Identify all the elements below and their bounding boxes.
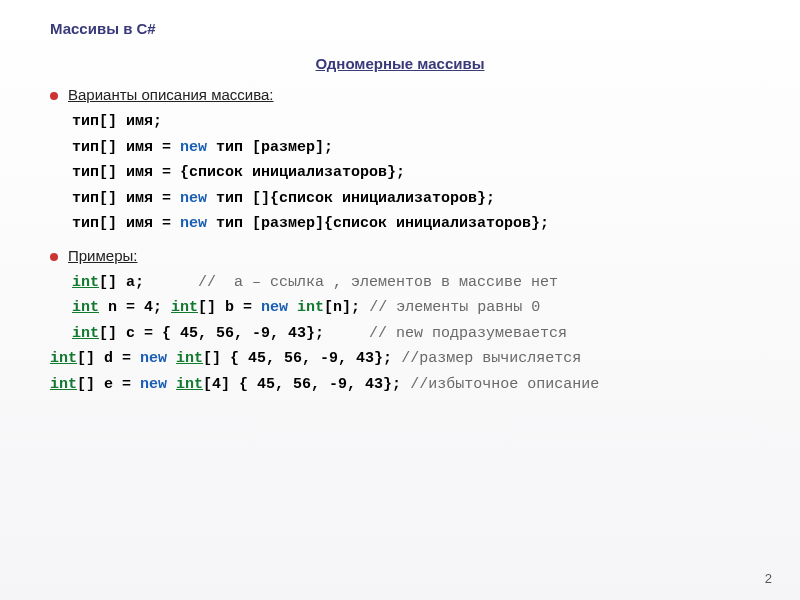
code-line: тип[] имя = new тип [размер]{список иниц…: [72, 211, 750, 237]
code-text: [] { 45, 56, -9, 43};: [203, 350, 401, 367]
code-line: тип[] имя = new тип []{список инициализа…: [72, 186, 750, 212]
code-text: [4] { 45, 56, -9, 43};: [203, 376, 410, 393]
keyword-int: int: [171, 299, 198, 316]
keyword-new: new: [180, 215, 207, 232]
code-text: n = 4;: [99, 299, 171, 316]
slide-title: Массивы в C#: [50, 20, 750, 37]
examples-code: int[] a; // a – ссылка , элементов в мас…: [72, 270, 750, 398]
comment: //размер вычисляется: [401, 350, 581, 367]
comment: // a – ссылка , элементов в массиве нет: [198, 274, 558, 291]
code-line: тип[] имя;: [72, 109, 750, 135]
code-text: тип[] имя = {список инициализаторов};: [72, 164, 405, 181]
keyword-int: int: [72, 274, 99, 291]
keyword-int: int: [72, 325, 99, 342]
keyword-int: int: [50, 350, 77, 367]
code-line: тип[] имя = {список инициализаторов};: [72, 160, 750, 186]
comment: // элементы равны 0: [369, 299, 540, 316]
code-line: int[] c = { 45, 56, -9, 43}; // new подр…: [72, 321, 750, 347]
code-text: [] e =: [77, 376, 140, 393]
code-text: тип[] имя =: [72, 215, 180, 232]
page-number: 2: [765, 571, 772, 586]
keyword-new: new: [261, 299, 288, 316]
code-text: [n];: [324, 299, 369, 316]
code-text: [] c = { 45, 56, -9, 43};: [99, 325, 369, 342]
section-title: Одномерные массивы: [50, 55, 750, 72]
keyword-int: int: [176, 376, 203, 393]
bullet-icon: [50, 92, 58, 100]
keyword-int: int: [176, 350, 203, 367]
comment: // new подразумевается: [369, 325, 567, 342]
code-text: тип[] имя =: [72, 190, 180, 207]
keyword-int: int: [297, 299, 324, 316]
code-text: [] d =: [77, 350, 140, 367]
slide: Массивы в C# Одномерные массивы Варианты…: [0, 0, 800, 600]
variants-heading: Варианты описания массива:: [68, 86, 274, 103]
code-text: [] b =: [198, 299, 261, 316]
variants-code: тип[] имя; тип[] имя = new тип [размер];…: [72, 109, 750, 237]
variants-bullet: Варианты описания массива:: [50, 86, 750, 103]
code-text: тип[] имя;: [72, 113, 162, 130]
keyword-new: new: [140, 376, 167, 393]
code-text: [] a;: [99, 274, 198, 291]
code-line: int n = 4; int[] b = new int[n]; // элем…: [72, 295, 750, 321]
code-text: [167, 376, 176, 393]
keyword-int: int: [50, 376, 77, 393]
code-line: int[] a; // a – ссылка , элементов в мас…: [72, 270, 750, 296]
code-text: тип [размер]{список инициализаторов};: [207, 215, 549, 232]
bullet-icon: [50, 253, 58, 261]
comment: //избыточное описание: [410, 376, 599, 393]
keyword-new: new: [140, 350, 167, 367]
code-line: int[] e = new int[4] { 45, 56, -9, 43}; …: [50, 372, 750, 398]
keyword-new: new: [180, 139, 207, 156]
keyword-int: int: [72, 299, 99, 316]
code-text: [288, 299, 297, 316]
code-text: [167, 350, 176, 367]
code-text: тип []{список инициализаторов};: [207, 190, 495, 207]
examples-heading: Примеры:: [68, 247, 137, 264]
code-text: тип [размер];: [207, 139, 333, 156]
code-text: тип[] имя =: [72, 139, 180, 156]
examples-bullet: Примеры:: [50, 247, 750, 264]
keyword-new: new: [180, 190, 207, 207]
code-line: int[] d = new int[] { 45, 56, -9, 43}; /…: [50, 346, 750, 372]
code-line: тип[] имя = new тип [размер];: [72, 135, 750, 161]
